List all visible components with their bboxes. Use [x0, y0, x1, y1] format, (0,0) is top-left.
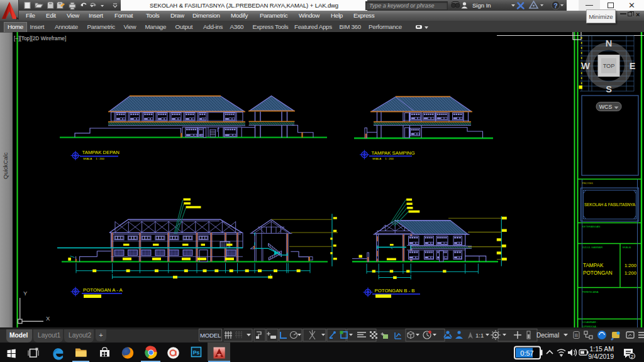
svg-text:X: X	[46, 315, 50, 322]
svg-text:WCS: WCS	[599, 104, 613, 110]
svg-text:PERENCANA: PERENCANA	[582, 290, 599, 293]
svg-text:Decimal: Decimal	[536, 332, 559, 339]
svg-text:SKALA 1 : 200: SKALA 1 : 200	[372, 157, 394, 160]
svg-text:?: ?	[553, 2, 557, 9]
svg-text:POTONGAN A - A: POTONGAN A - A	[83, 287, 123, 293]
svg-text:JUDUL GAMBAR: JUDUL GAMBAR	[582, 246, 603, 249]
svg-text:POTONGAN B - B: POTONGAN B - B	[375, 288, 415, 293]
svg-text:KETERANGAN: KETERANGAN	[582, 225, 601, 228]
svg-text:9/4/2019: 9/4/2019	[588, 353, 614, 360]
svg-text:Sign In: Sign In	[472, 2, 491, 9]
svg-text:0:57: 0:57	[520, 349, 533, 357]
svg-text:TOP: TOP	[603, 63, 615, 69]
svg-text:S: S	[606, 84, 612, 94]
svg-text:SKALA 1 : 200: SKALA 1 : 200	[83, 157, 104, 160]
svg-text:DIGAMBAR :: DIGAMBAR :	[582, 321, 598, 324]
svg-text:TAMPAK: TAMPAK	[583, 263, 604, 268]
svg-text:[−][Top][2D Wireframe]: [−][Top][2D Wireframe]	[14, 35, 66, 41]
svg-text:1:200: 1:200	[625, 270, 636, 276]
svg-text:SEKOLAH & FASILITASNYA: SEKOLAH & FASILITASNYA	[584, 202, 636, 207]
svg-text:B: B	[575, 332, 578, 338]
svg-text:Ps: Ps	[193, 349, 200, 356]
svg-text:TAMPAK SAMPING: TAMPAK SAMPING	[372, 150, 415, 156]
svg-text:N: N	[606, 38, 612, 48]
svg-text:1:1: 1:1	[475, 332, 484, 339]
svg-text:E: E	[630, 61, 636, 71]
svg-text:SKALA: SKALA	[623, 246, 631, 249]
svg-text:POTONGAN: POTONGAN	[583, 270, 613, 276]
svg-text:Y: Y	[23, 290, 28, 297]
svg-text:1:200: 1:200	[625, 263, 636, 268]
svg-text:W: W	[581, 61, 590, 71]
svg-text:TAMPAK DEPAN: TAMPAK DEPAN	[82, 150, 119, 155]
svg-text:PROYEK: PROYEK	[582, 182, 594, 185]
svg-text:2: 2	[631, 354, 634, 359]
svg-text:1:15 AM: 1:15 AM	[589, 345, 614, 353]
